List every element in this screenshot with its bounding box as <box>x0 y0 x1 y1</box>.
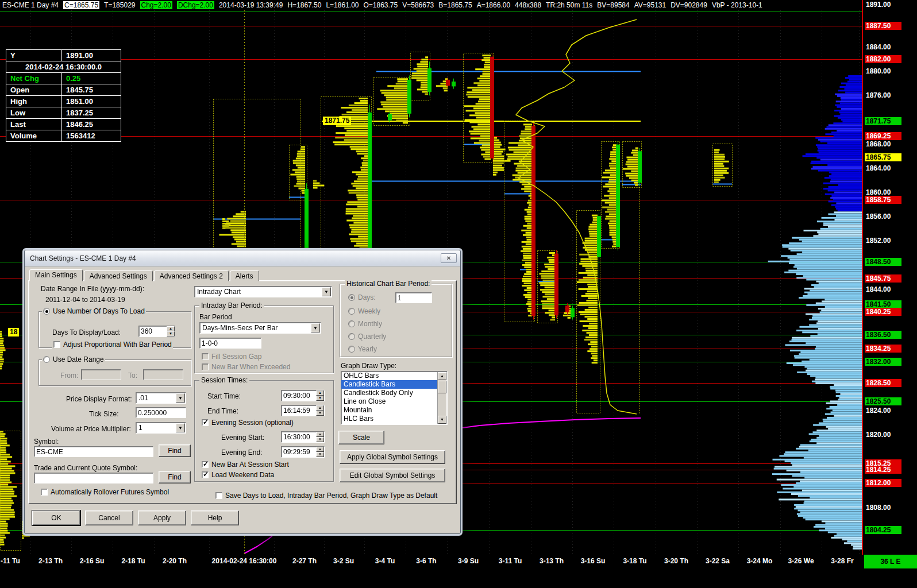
hist-days-row[interactable]: Days: <box>347 293 377 301</box>
price-scale-label: 1820.00 <box>865 431 901 439</box>
find-symbol-button[interactable]: Find <box>159 444 191 457</box>
save-default-row[interactable]: Save Days to Load, Intraday Bar Period, … <box>214 492 438 500</box>
start-time-spinner[interactable]: ▲▼ <box>281 390 325 401</box>
hist-yearly-row[interactable]: Yearly <box>347 345 378 353</box>
load-weekend-checkbox[interactable] <box>202 471 209 478</box>
graph-type-option[interactable]: Candlestick Body Only <box>341 389 437 397</box>
hist-yearly-radio[interactable] <box>348 346 355 353</box>
rollover-row[interactable]: Automatically Rollover Futures Symbol <box>40 488 170 496</box>
rollover-checkbox[interactable] <box>41 489 48 496</box>
graph-draw-type-list[interactable]: OHLC BarsCandlestick BarsCandlestick Bod… <box>341 371 448 425</box>
help-button[interactable]: Help <box>191 510 239 525</box>
price-scale-label: 1845.75 <box>865 274 901 283</box>
spin-up-icon[interactable]: ▲ <box>316 432 324 437</box>
hist-weekly-radio[interactable] <box>348 308 355 315</box>
new-bar-exceeded-checkbox[interactable] <box>202 363 209 370</box>
use-days-radio-row[interactable]: Use Number Of Days To Load <box>42 307 146 315</box>
volume-multiplier-label: Volume at Price Multiplier: <box>51 425 131 433</box>
adjust-proportional-row[interactable]: Adjust Proportional With Bar Period <box>52 341 173 349</box>
cancel-button[interactable]: Cancel <box>85 510 133 525</box>
days-spinner[interactable]: ▲▼ <box>138 326 175 337</box>
spin-down-icon[interactable]: ▼ <box>316 452 324 457</box>
chart-type-dropdown[interactable]: Intraday Chart ▼ <box>194 286 332 297</box>
evening-session-row[interactable]: Evening Session (optional) <box>201 419 295 427</box>
spin-up-icon[interactable]: ▲ <box>167 326 175 331</box>
hist-monthly-row[interactable]: Monthly <box>347 320 383 328</box>
fill-session-gap-row[interactable]: Fill Session Gap <box>201 353 263 361</box>
chevron-down-icon[interactable]: ▼ <box>311 323 320 332</box>
price-format-dropdown[interactable]: .01 ▼ <box>136 392 186 404</box>
tick-size-input[interactable] <box>136 407 186 418</box>
close-button[interactable]: ✕ <box>441 253 457 263</box>
bar-period-value: Days-Mins-Secs Per Bar <box>202 324 278 332</box>
chevron-down-icon[interactable]: ▼ <box>322 287 331 296</box>
price-scale-label: 1880.00 <box>865 67 901 75</box>
price-scale[interactable]: 1891.001887.501884.001882.001880.001876.… <box>863 0 917 568</box>
scroll-up-icon[interactable]: ▲ <box>438 372 446 380</box>
bar-period-label: Bar Period <box>199 313 232 321</box>
graph-type-option[interactable]: Line on Close <box>341 397 437 406</box>
graph-type-option[interactable]: Candlestick Bars <box>341 380 437 389</box>
tab-advanced-settings-2[interactable]: Advanced Settings 2 <box>154 270 229 281</box>
symbol-input[interactable] <box>34 446 153 457</box>
scrollbar-thumb[interactable] <box>438 381 446 393</box>
tab-main-settings[interactable]: Main Settings <box>29 269 83 281</box>
hist-days-radio[interactable] <box>348 294 355 301</box>
save-default-checkbox[interactable] <box>215 492 222 499</box>
hist-quarterly-row[interactable]: Quarterly <box>347 332 387 341</box>
chevron-down-icon[interactable]: ▼ <box>176 393 185 403</box>
hist-quarterly-radio[interactable] <box>348 333 355 340</box>
info-row: Net Chg0.25 <box>6 73 121 84</box>
use-date-range-radio[interactable] <box>43 356 50 363</box>
spin-up-icon[interactable]: ▲ <box>316 390 324 396</box>
spin-down-icon[interactable]: ▼ <box>316 396 324 401</box>
hist-days-input[interactable] <box>395 292 432 303</box>
spin-down-icon[interactable]: ▼ <box>316 437 324 442</box>
scale-footer-badge: 36 L E <box>864 555 917 568</box>
new-bar-exceeded-row[interactable]: New Bar When Exceeded <box>201 363 291 371</box>
adjust-proportional-checkbox[interactable] <box>53 341 60 348</box>
spin-up-icon[interactable]: ▲ <box>316 447 324 452</box>
evening-start-spinner[interactable]: ▲▼ <box>281 431 325 443</box>
dialog-title: Chart Settings - ES-CME 1 Day #4 <box>30 254 136 262</box>
list-scrollbar[interactable]: ▲ ▼ <box>437 372 446 424</box>
trade-symbol-input[interactable] <box>34 473 153 483</box>
fill-session-gap-label: Fill Session Gap <box>211 353 261 361</box>
bar-period-dropdown[interactable]: Days-Mins-Secs Per Bar ▼ <box>199 322 321 334</box>
graph-type-option[interactable]: HLC Bars <box>341 415 437 423</box>
tab-alerts[interactable]: Alerts <box>230 270 259 281</box>
end-time-spinner[interactable]: ▲▼ <box>281 405 325 416</box>
to-input[interactable] <box>143 369 183 380</box>
apply-global-button[interactable]: Apply Global Symbol Settings <box>340 450 445 464</box>
chevron-down-icon[interactable]: ▼ <box>176 423 185 432</box>
hist-weekly-row[interactable]: Weekly <box>347 307 382 315</box>
evening-end-spinner[interactable]: ▲▼ <box>281 446 325 458</box>
date-axis[interactable]: -11 Tu2-13 Th2-16 Su2-18 Tu2-20 Th2014-0… <box>0 555 863 568</box>
bar-period-input[interactable] <box>199 338 261 349</box>
find-trade-symbol-button[interactable]: Find <box>159 471 191 483</box>
scale-button[interactable]: Scale <box>338 431 384 444</box>
load-weekend-row[interactable]: Load Weekend Data <box>201 471 275 479</box>
new-bar-session-row[interactable]: New Bar At Session Start <box>201 461 290 469</box>
tab-advanced-settings[interactable]: Advanced Settings <box>84 270 153 281</box>
graph-type-option[interactable]: OHLC Bars <box>341 372 437 380</box>
dialog-titlebar[interactable]: Chart Settings - ES-CME 1 Day #4 ✕ <box>25 250 460 266</box>
spin-down-icon[interactable]: ▼ <box>167 331 175 336</box>
edit-global-button[interactable]: Edit Global Symbol Settings <box>340 469 445 482</box>
date-axis-label: 3-11 Tu <box>499 557 522 565</box>
from-input[interactable] <box>81 369 121 380</box>
info-label: Volume <box>6 130 62 142</box>
graph-type-option[interactable]: Mountain <box>341 406 437 415</box>
spin-up-icon[interactable]: ▲ <box>316 405 324 411</box>
hist-monthly-radio[interactable] <box>348 320 355 327</box>
chart-type-value: Intraday Chart <box>197 288 241 296</box>
volume-multiplier-dropdown[interactable]: 1 ▼ <box>136 422 186 434</box>
apply-button[interactable]: Apply <box>138 510 186 525</box>
scroll-down-icon[interactable]: ▼ <box>438 416 446 424</box>
new-bar-session-checkbox[interactable] <box>202 461 209 468</box>
evening-session-checkbox[interactable] <box>202 419 209 426</box>
spin-down-icon[interactable]: ▼ <box>316 411 324 416</box>
fill-session-gap-checkbox[interactable] <box>202 353 209 360</box>
use-days-radio[interactable] <box>43 308 50 315</box>
ok-button[interactable]: OK <box>32 510 80 525</box>
